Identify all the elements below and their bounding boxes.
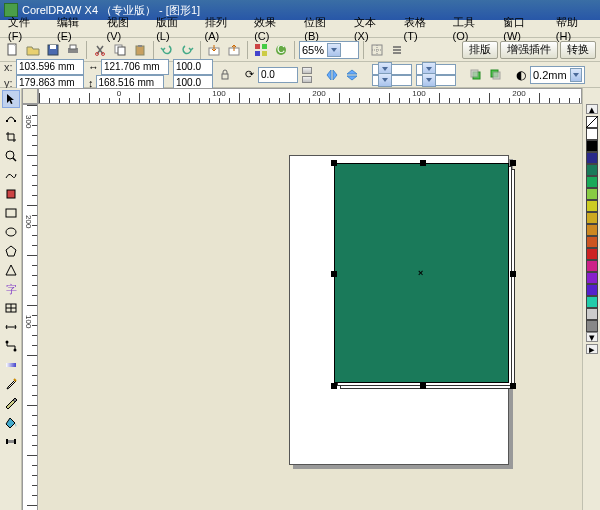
color-swatch[interactable] [586,236,598,248]
x-position-input[interactable] [16,59,84,75]
workspace[interactable]: × [39,105,582,510]
color-swatch[interactable] [586,260,598,272]
mirror-v-icon[interactable] [344,66,360,84]
color-swatch[interactable] [586,248,598,260]
handle-bl[interactable] [331,383,337,389]
center-marker-icon[interactable]: × [418,268,423,278]
copy-icon[interactable] [111,41,129,59]
shape-tool-icon[interactable] [2,109,20,127]
table-tool-icon[interactable] [2,299,20,317]
palette-flyout-icon[interactable]: ▸ [586,344,598,354]
paste-icon[interactable] [131,41,149,59]
interactive-fill-icon[interactable] [2,432,20,450]
lock-ratio-icon[interactable] [217,66,233,84]
options-icon[interactable] [388,41,406,59]
plugin-button[interactable]: 增强插件 [500,41,558,59]
color-swatch[interactable] [586,284,598,296]
menu-file[interactable]: 文件(F) [2,14,49,43]
basic-shapes-icon[interactable] [2,261,20,279]
ruler-corner[interactable] [22,88,38,104]
palette-down-icon[interactable]: ▾ [586,332,598,342]
new-icon[interactable] [4,41,22,59]
zoom-combo[interactable]: 65% [299,41,359,59]
menu-tools[interactable]: 工具(O) [447,14,496,43]
open-icon[interactable] [24,41,42,59]
redo-icon[interactable] [178,41,196,59]
outline-tool-icon[interactable] [2,394,20,412]
app-launcher-icon[interactable] [252,41,270,59]
color-swatch[interactable] [586,308,598,320]
handle-bc[interactable] [420,383,426,389]
text-tool-icon[interactable]: 字 [2,280,20,298]
menu-layout[interactable]: 版面(L) [150,14,196,43]
color-swatch[interactable] [586,296,598,308]
zoom-value: 65% [302,44,324,56]
horizontal-ruler[interactable]: 0100200100200 [38,88,582,104]
import-icon[interactable] [205,41,223,59]
rotation-input[interactable] [258,67,298,83]
color-swatch[interactable] [586,212,598,224]
handle-mr[interactable] [510,271,516,277]
menu-table[interactable]: 表格(T) [398,14,445,43]
menu-help[interactable]: 帮助(H) [550,14,598,43]
color-swatch[interactable] [586,200,598,212]
print-icon[interactable] [64,41,82,59]
scale-x-input[interactable] [173,59,213,75]
menu-bitmap[interactable]: 位图(B) [298,14,346,43]
to-front-icon[interactable] [468,66,484,84]
width-input[interactable] [101,59,169,75]
color-swatch[interactable] [586,272,598,284]
color-swatch[interactable] [586,128,598,140]
color-swatch[interactable] [586,176,598,188]
svg-rect-10 [138,45,142,47]
color-swatch[interactable] [586,152,598,164]
outline-width-combo[interactable]: 0.2mm [530,66,585,84]
vertical-ruler[interactable]: 300200100 [22,104,38,510]
smart-fill-icon[interactable] [2,185,20,203]
connector-tool-icon[interactable] [2,337,20,355]
save-icon[interactable] [44,41,62,59]
menu-window[interactable]: 窗口(W) [497,14,548,43]
menu-effects[interactable]: 效果(C) [248,14,296,43]
interactive-tool-icon[interactable] [2,356,20,374]
mirror-h-icon[interactable] [324,66,340,84]
handle-tl[interactable] [331,160,337,166]
handle-tr[interactable] [510,160,516,166]
crop-tool-icon[interactable] [2,128,20,146]
polygon-tool-icon[interactable] [2,242,20,260]
svg-point-36 [5,341,8,344]
pick-tool-icon[interactable] [2,90,20,108]
menu-text[interactable]: 文本(X) [348,14,396,43]
menu-arrange[interactable]: 排列(A) [199,14,247,43]
color-swatch[interactable] [586,140,598,152]
handle-tc[interactable] [420,160,426,166]
typeset-button[interactable]: 排版 [462,41,498,59]
color-swatch[interactable] [586,164,598,176]
ellipse-tool-icon[interactable] [2,223,20,241]
chevron-down-icon[interactable] [327,43,341,57]
page-combo-2[interactable] [372,75,412,86]
welcome-icon[interactable]: C [272,41,290,59]
color-swatch[interactable] [586,224,598,236]
eyedropper-tool-icon[interactable] [2,375,20,393]
palette-up-icon[interactable]: ▴ [586,104,598,114]
menu-edit[interactable]: 编辑(E) [51,14,99,43]
to-back-icon[interactable] [488,66,504,84]
snap-icon[interactable] [368,41,386,59]
rectangle-tool-icon[interactable] [2,204,20,222]
handle-br[interactable] [510,383,516,389]
export-icon[interactable] [225,41,243,59]
nudge-combo-2[interactable] [416,75,456,86]
handle-ml[interactable] [331,271,337,277]
fill-tool-icon[interactable] [2,413,20,431]
menu-view[interactable]: 视图(V) [101,14,149,43]
no-color-swatch[interactable] [586,116,598,128]
dimension-tool-icon[interactable] [2,318,20,336]
color-swatch[interactable] [586,188,598,200]
freehand-tool-icon[interactable] [2,166,20,184]
convert-button[interactable]: 转换 [560,41,596,59]
undo-icon[interactable] [158,41,176,59]
zoom-tool-icon[interactable] [2,147,20,165]
cut-icon[interactable] [91,41,109,59]
rotation-spinner[interactable] [302,67,312,83]
